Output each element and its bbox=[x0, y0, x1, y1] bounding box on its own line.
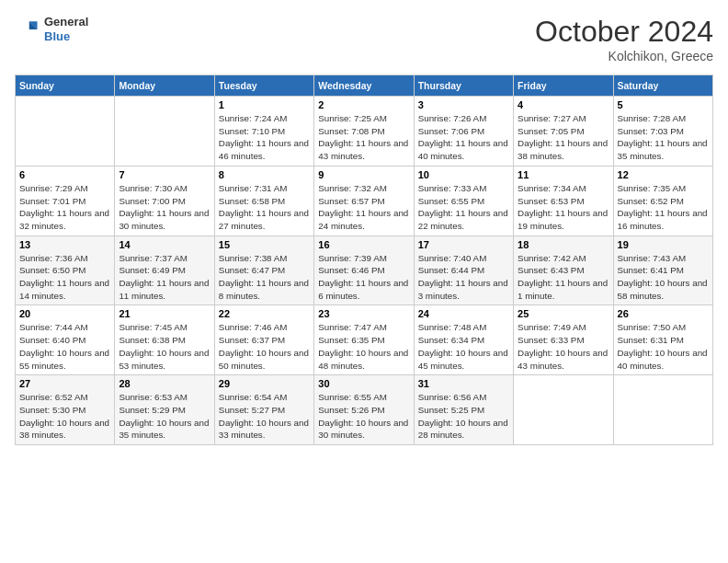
day-info: Sunrise: 7:45 AMSunset: 6:38 PMDaylight:… bbox=[119, 321, 210, 372]
calendar-cell: 31Sunrise: 6:56 AMSunset: 5:25 PMDayligh… bbox=[414, 375, 513, 445]
day-number: 24 bbox=[418, 308, 509, 319]
calendar-week-3: 20Sunrise: 7:44 AMSunset: 6:40 PMDayligh… bbox=[16, 305, 713, 375]
day-info: Sunrise: 7:25 AMSunset: 7:08 PMDaylight:… bbox=[318, 112, 409, 163]
day-info: Sunrise: 7:29 AMSunset: 7:01 PMDaylight:… bbox=[19, 182, 110, 233]
calendar-cell bbox=[115, 97, 214, 167]
day-info: Sunrise: 7:31 AMSunset: 6:58 PMDaylight:… bbox=[219, 182, 310, 233]
day-number: 16 bbox=[318, 239, 409, 250]
day-number: 2 bbox=[318, 99, 409, 110]
day-number: 17 bbox=[418, 239, 509, 250]
day-info: Sunrise: 7:26 AMSunset: 7:06 PMDaylight:… bbox=[418, 112, 509, 163]
calendar-cell: 14Sunrise: 7:37 AMSunset: 6:49 PMDayligh… bbox=[115, 236, 214, 305]
calendar-header-row: SundayMondayTuesdayWednesdayThursdayFrid… bbox=[16, 75, 713, 97]
calendar-cell: 11Sunrise: 7:34 AMSunset: 6:53 PMDayligh… bbox=[514, 166, 613, 236]
day-info: Sunrise: 7:46 AMSunset: 6:37 PMDaylight:… bbox=[219, 321, 310, 372]
day-number: 5 bbox=[618, 99, 709, 110]
calendar-cell: 30Sunrise: 6:55 AMSunset: 5:26 PMDayligh… bbox=[314, 375, 414, 445]
day-info: Sunrise: 6:52 AMSunset: 5:30 PMDaylight:… bbox=[19, 391, 110, 442]
calendar-cell bbox=[514, 375, 613, 445]
day-info: Sunrise: 7:43 AMSunset: 6:41 PMDaylight:… bbox=[618, 252, 709, 303]
calendar-cell: 20Sunrise: 7:44 AMSunset: 6:40 PMDayligh… bbox=[16, 305, 115, 375]
location: Kolchikon, Greece bbox=[535, 49, 713, 63]
day-number: 11 bbox=[518, 169, 609, 180]
calendar-cell: 7Sunrise: 7:30 AMSunset: 7:00 PMDaylight… bbox=[115, 166, 214, 236]
day-number: 22 bbox=[219, 308, 310, 319]
day-info: Sunrise: 6:56 AMSunset: 5:25 PMDaylight:… bbox=[418, 391, 509, 442]
day-info: Sunrise: 6:54 AMSunset: 5:27 PMDaylight:… bbox=[219, 391, 310, 442]
day-number: 20 bbox=[19, 308, 110, 319]
day-info: Sunrise: 7:33 AMSunset: 6:55 PMDaylight:… bbox=[418, 182, 509, 233]
day-info: Sunrise: 7:32 AMSunset: 6:57 PMDaylight:… bbox=[318, 182, 409, 233]
calendar-header-thursday: Thursday bbox=[414, 75, 513, 97]
calendar-cell: 12Sunrise: 7:35 AMSunset: 6:52 PMDayligh… bbox=[613, 166, 712, 236]
day-info: Sunrise: 7:42 AMSunset: 6:43 PMDaylight:… bbox=[518, 252, 609, 303]
day-info: Sunrise: 7:30 AMSunset: 7:00 PMDaylight:… bbox=[119, 182, 210, 233]
day-info: Sunrise: 6:55 AMSunset: 5:26 PMDaylight:… bbox=[318, 391, 409, 442]
day-number: 29 bbox=[219, 378, 310, 389]
day-number: 10 bbox=[418, 169, 509, 180]
day-number: 25 bbox=[518, 308, 609, 319]
calendar-cell: 4Sunrise: 7:27 AMSunset: 7:05 PMDaylight… bbox=[514, 97, 613, 167]
calendar-cell: 25Sunrise: 7:49 AMSunset: 6:33 PMDayligh… bbox=[514, 305, 613, 375]
day-info: Sunrise: 6:53 AMSunset: 5:29 PMDaylight:… bbox=[119, 391, 210, 442]
logo-icon bbox=[15, 17, 40, 42]
day-info: Sunrise: 7:40 AMSunset: 6:44 PMDaylight:… bbox=[418, 252, 509, 303]
calendar-cell: 1Sunrise: 7:24 AMSunset: 7:10 PMDaylight… bbox=[214, 97, 313, 167]
calendar-header-saturday: Saturday bbox=[613, 75, 712, 97]
day-info: Sunrise: 7:36 AMSunset: 6:50 PMDaylight:… bbox=[19, 252, 110, 303]
calendar-header-tuesday: Tuesday bbox=[214, 75, 313, 97]
day-number: 3 bbox=[418, 99, 509, 110]
day-number: 19 bbox=[618, 239, 709, 250]
calendar-cell: 24Sunrise: 7:48 AMSunset: 6:34 PMDayligh… bbox=[414, 305, 513, 375]
day-info: Sunrise: 7:37 AMSunset: 6:49 PMDaylight:… bbox=[119, 252, 210, 303]
day-number: 4 bbox=[518, 99, 609, 110]
calendar-cell: 23Sunrise: 7:47 AMSunset: 6:35 PMDayligh… bbox=[314, 305, 414, 375]
day-info: Sunrise: 7:48 AMSunset: 6:34 PMDaylight:… bbox=[418, 321, 509, 372]
page-header: General Blue October 2024 Kolchikon, Gre… bbox=[15, 15, 713, 63]
calendar-week-4: 27Sunrise: 6:52 AMSunset: 5:30 PMDayligh… bbox=[16, 375, 713, 445]
calendar-cell: 8Sunrise: 7:31 AMSunset: 6:58 PMDaylight… bbox=[214, 166, 313, 236]
day-info: Sunrise: 7:24 AMSunset: 7:10 PMDaylight:… bbox=[219, 112, 310, 163]
day-number: 7 bbox=[119, 169, 210, 180]
day-info: Sunrise: 7:44 AMSunset: 6:40 PMDaylight:… bbox=[19, 321, 110, 372]
calendar-cell: 5Sunrise: 7:28 AMSunset: 7:03 PMDaylight… bbox=[613, 97, 712, 167]
calendar-cell: 15Sunrise: 7:38 AMSunset: 6:47 PMDayligh… bbox=[214, 236, 313, 305]
calendar-week-1: 6Sunrise: 7:29 AMSunset: 7:01 PMDaylight… bbox=[16, 166, 713, 236]
calendar-week-2: 13Sunrise: 7:36 AMSunset: 6:50 PMDayligh… bbox=[16, 236, 713, 305]
calendar-cell: 10Sunrise: 7:33 AMSunset: 6:55 PMDayligh… bbox=[414, 166, 513, 236]
day-number: 13 bbox=[19, 239, 110, 250]
day-number: 1 bbox=[219, 99, 310, 110]
calendar-week-0: 1Sunrise: 7:24 AMSunset: 7:10 PMDaylight… bbox=[16, 97, 713, 167]
day-number: 21 bbox=[119, 308, 210, 319]
calendar-cell: 9Sunrise: 7:32 AMSunset: 6:57 PMDaylight… bbox=[314, 166, 414, 236]
calendar-cell bbox=[613, 375, 712, 445]
calendar-cell: 3Sunrise: 7:26 AMSunset: 7:06 PMDaylight… bbox=[414, 97, 513, 167]
calendar-cell bbox=[16, 97, 115, 167]
day-number: 23 bbox=[318, 308, 409, 319]
calendar-table: SundayMondayTuesdayWednesdayThursdayFrid… bbox=[15, 75, 713, 445]
day-number: 14 bbox=[119, 239, 210, 250]
title-block: October 2024 Kolchikon, Greece bbox=[535, 15, 713, 63]
calendar-cell: 16Sunrise: 7:39 AMSunset: 6:46 PMDayligh… bbox=[314, 236, 414, 305]
day-number: 12 bbox=[618, 169, 709, 180]
day-info: Sunrise: 7:39 AMSunset: 6:46 PMDaylight:… bbox=[318, 252, 409, 303]
calendar-header-monday: Monday bbox=[115, 75, 214, 97]
calendar-cell: 17Sunrise: 7:40 AMSunset: 6:44 PMDayligh… bbox=[414, 236, 513, 305]
day-info: Sunrise: 7:28 AMSunset: 7:03 PMDaylight:… bbox=[618, 112, 709, 163]
logo-general: General bbox=[44, 15, 88, 29]
logo-blue: Blue bbox=[44, 29, 88, 44]
calendar-cell: 29Sunrise: 6:54 AMSunset: 5:27 PMDayligh… bbox=[214, 375, 313, 445]
day-number: 31 bbox=[418, 378, 509, 389]
calendar-cell: 2Sunrise: 7:25 AMSunset: 7:08 PMDaylight… bbox=[314, 97, 414, 167]
calendar-cell: 21Sunrise: 7:45 AMSunset: 6:38 PMDayligh… bbox=[115, 305, 214, 375]
calendar-cell: 6Sunrise: 7:29 AMSunset: 7:01 PMDaylight… bbox=[16, 166, 115, 236]
day-info: Sunrise: 7:49 AMSunset: 6:33 PMDaylight:… bbox=[518, 321, 609, 372]
day-number: 9 bbox=[318, 169, 409, 180]
day-info: Sunrise: 7:50 AMSunset: 6:31 PMDaylight:… bbox=[618, 321, 709, 372]
calendar-cell: 28Sunrise: 6:53 AMSunset: 5:29 PMDayligh… bbox=[115, 375, 214, 445]
day-number: 15 bbox=[219, 239, 310, 250]
day-info: Sunrise: 7:38 AMSunset: 6:47 PMDaylight:… bbox=[219, 252, 310, 303]
month-title: October 2024 bbox=[535, 15, 713, 49]
day-number: 6 bbox=[19, 169, 110, 180]
day-number: 26 bbox=[618, 308, 709, 319]
